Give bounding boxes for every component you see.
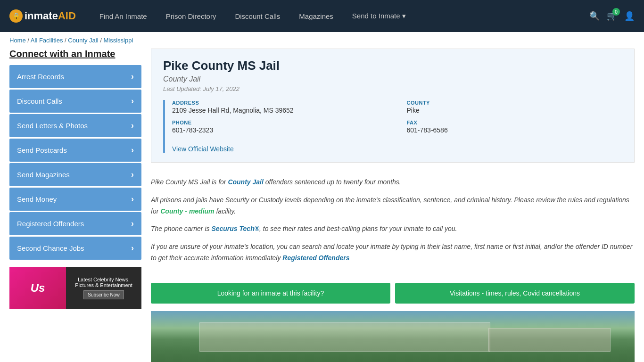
- desc-para3: The phone carrier is Securus Tech®, to s…: [151, 223, 635, 235]
- action-buttons: Looking for an inmate at this facility? …: [151, 283, 635, 304]
- sidebar-item-send-letters[interactable]: Send Letters & Photos ›: [9, 114, 141, 137]
- fax-label: FAX: [407, 120, 623, 125]
- sidebar-item-label: Registered Offenders: [17, 220, 84, 228]
- header-icons: 🔍 🛒 0 👤: [589, 11, 635, 21]
- nav-prison-directory[interactable]: Prison Directory: [157, 2, 226, 31]
- chevron-right-icon: ›: [131, 121, 134, 131]
- main-nav: Find An Inmate Prison Directory Discount…: [90, 1, 589, 31]
- breadcrumb-mississippi[interactable]: Mississippi: [103, 37, 133, 44]
- facility-type: County Jail: [163, 75, 622, 83]
- cart-badge: 0: [612, 8, 620, 16]
- breadcrumb-county-jail[interactable]: County Jail: [68, 37, 98, 44]
- lookup-inmate-button[interactable]: Looking for an inmate at this facility?: [151, 283, 390, 304]
- registered-offenders-link[interactable]: Registered Offenders: [282, 254, 349, 262]
- sidebar-item-registered-offenders[interactable]: Registered Offenders ›: [9, 212, 141, 235]
- nav-find-inmate[interactable]: Find An Inmate: [90, 2, 157, 31]
- sidebar-title: Connect with an Inmate: [9, 49, 141, 59]
- website-block: View Official Website: [172, 140, 622, 153]
- ad-content: Latest Celebrity News, Pictures & Entert…: [66, 267, 141, 309]
- header: inmateAID Find An Inmate Prison Director…: [0, 0, 644, 32]
- logo-icon: [9, 9, 23, 23]
- sidebar: Connect with an Inmate Arrest Records › …: [9, 49, 141, 362]
- chevron-right-icon: ›: [131, 72, 134, 82]
- sidebar-item-label: Second Chance Jobs: [17, 244, 84, 252]
- main-layout: Connect with an Inmate Arrest Records › …: [0, 49, 644, 362]
- address-label: ADDRESS: [172, 100, 388, 106]
- county-block: COUNTY Pike: [407, 100, 623, 114]
- detail-grid: ADDRESS 2109 Jesse Hall Rd, Magnolia, MS…: [172, 100, 622, 153]
- facility-card: Pike County MS Jail County Jail Last Upd…: [151, 49, 635, 163]
- securus-link[interactable]: Securus Tech®: [211, 225, 259, 232]
- sidebar-item-label: Send Money: [17, 195, 57, 203]
- chevron-right-icon: ›: [131, 145, 134, 155]
- logo-text: inmateAID: [25, 10, 76, 22]
- cart-icon[interactable]: 🛒 0: [607, 11, 617, 21]
- chevron-right-icon: ›: [131, 170, 134, 180]
- aerial-image: [151, 311, 635, 362]
- visitations-button[interactable]: Visitations - times, rules, Covid cancel…: [395, 283, 635, 304]
- main-content: Pike County MS Jail County Jail Last Upd…: [151, 49, 635, 362]
- ad-brand: Us: [9, 267, 66, 309]
- sidebar-item-send-postcards[interactable]: Send Postcards ›: [9, 139, 141, 162]
- phone-value: 601-783-2323: [172, 126, 388, 134]
- logo[interactable]: inmateAID: [9, 9, 76, 23]
- chevron-right-icon: ›: [131, 96, 134, 106]
- sidebar-item-discount-calls[interactable]: Discount Calls ›: [9, 90, 141, 113]
- breadcrumb-all-facilities[interactable]: All Facilities: [31, 37, 63, 44]
- chevron-right-icon: ›: [131, 219, 134, 229]
- ad-subscribe-button[interactable]: Subscribe Now: [83, 290, 124, 299]
- website-link[interactable]: View Official Website: [172, 145, 234, 153]
- phone-label: PHONE: [172, 120, 388, 125]
- sidebar-item-second-chance-jobs[interactable]: Second Chance Jobs ›: [9, 237, 141, 260]
- ad-tagline: Latest Celebrity News, Pictures & Entert…: [70, 277, 138, 288]
- sidebar-item-label: Send Magazines: [17, 171, 70, 179]
- facility-name: Pike County MS Jail: [163, 58, 622, 73]
- county-medium-link[interactable]: County - medium: [160, 207, 214, 215]
- desc-para2: All prisons and jails have Security or C…: [151, 195, 635, 217]
- chevron-right-icon: ›: [131, 243, 134, 253]
- address-block: ADDRESS 2109 Jesse Hall Rd, Magnolia, MS…: [172, 100, 388, 114]
- nav-magazines[interactable]: Magazines: [289, 2, 343, 31]
- sidebar-item-label: Send Letters & Photos: [17, 122, 88, 130]
- nav-send-to-inmate[interactable]: Send to Inmate: [343, 1, 415, 31]
- fax-value: 601-783-6586: [407, 126, 623, 134]
- desc-para1: Pike County MS Jail is for County Jail o…: [151, 177, 635, 188]
- sidebar-menu: Arrest Records › Discount Calls › Send L…: [9, 65, 141, 260]
- county-jail-link[interactable]: County Jail: [228, 178, 263, 186]
- county-label: COUNTY: [407, 100, 623, 106]
- sidebar-item-label: Arrest Records: [17, 73, 64, 81]
- user-icon[interactable]: 👤: [624, 11, 635, 21]
- sidebar-item-send-magazines[interactable]: Send Magazines ›: [9, 163, 141, 186]
- chevron-right-icon: ›: [131, 194, 134, 204]
- breadcrumb: Home / All Facilities / County Jail / Mi…: [0, 32, 644, 49]
- sidebar-item-arrest-records[interactable]: Arrest Records ›: [9, 65, 141, 88]
- fax-block: FAX 601-783-6586: [407, 120, 623, 134]
- ad-banner[interactable]: Us Latest Celebrity News, Pictures & Ent…: [9, 267, 141, 309]
- breadcrumb-home[interactable]: Home: [9, 37, 26, 44]
- facility-description: Pike County MS Jail is for County Jail o…: [151, 172, 635, 275]
- search-icon[interactable]: 🔍: [589, 11, 600, 21]
- sidebar-item-label: Send Postcards: [17, 146, 67, 154]
- sidebar-item-send-money[interactable]: Send Money ›: [9, 188, 141, 211]
- county-value: Pike: [407, 107, 623, 114]
- facility-last-updated: Last Updated: July 17, 2022: [163, 85, 622, 92]
- sidebar-item-label: Discount Calls: [17, 97, 62, 105]
- phone-block: PHONE 601-783-2323: [172, 120, 388, 134]
- address-value: 2109 Jesse Hall Rd, Magnolia, MS 39652: [172, 107, 388, 114]
- nav-discount-calls[interactable]: Discount Calls: [225, 2, 289, 31]
- desc-para4: If you are unsure of your inmate's locat…: [151, 241, 635, 264]
- facility-details: ADDRESS 2109 Jesse Hall Rd, Magnolia, MS…: [163, 100, 622, 153]
